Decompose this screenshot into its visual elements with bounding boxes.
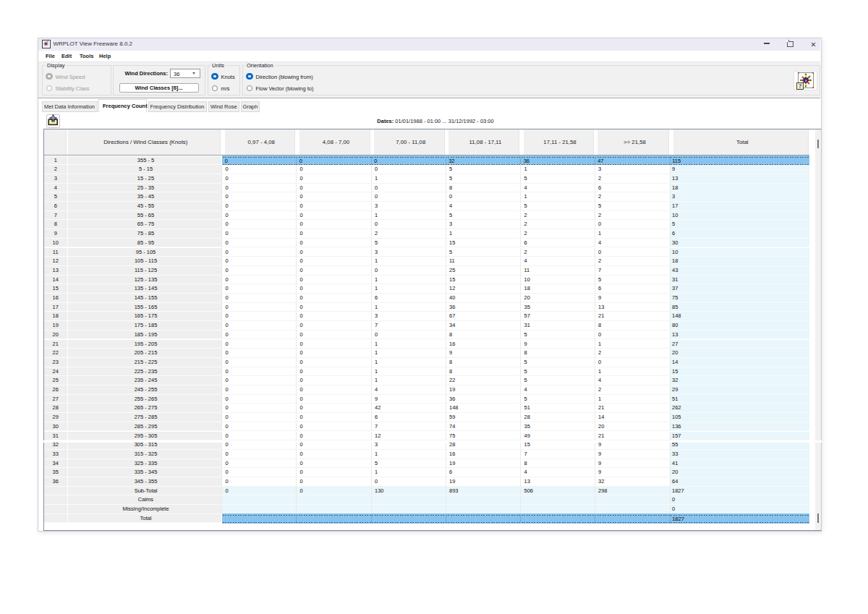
svg-text:?: ? (799, 82, 801, 90)
